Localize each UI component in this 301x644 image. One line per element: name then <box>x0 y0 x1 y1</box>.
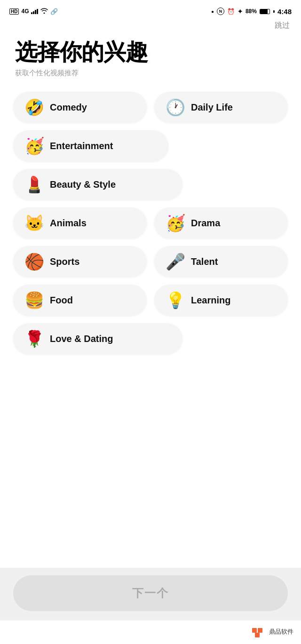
chip-love-dating-label: Love & Dating <box>50 334 113 344</box>
chip-entertainment[interactable]: 🥳 Entertainment <box>13 130 168 161</box>
bluetooth-icon: ✦ <box>238 8 243 15</box>
chip-daily-life[interactable]: 🕐 Daily Life <box>154 92 288 123</box>
alarm-icon: ⏰ <box>227 8 235 15</box>
interest-row-1: 🤣 Comedy 🕐 Daily Life <box>13 92 288 123</box>
interest-row-5: 🏀 Sports 🎤 Talent <box>13 246 288 277</box>
chip-comedy-label: Comedy <box>50 102 87 113</box>
chip-learning-emoji: 💡 <box>166 292 185 308</box>
chip-entertainment-label: Entertainment <box>50 141 113 151</box>
status-bar: HD 4G 🔗 ● N ⏰ ✦ 88% 4:48 <box>0 0 301 21</box>
interest-row-7: 🌹 Love & Dating <box>13 323 288 354</box>
dot-icon: ● <box>211 9 214 14</box>
svg-rect-1 <box>258 628 262 633</box>
chip-talent[interactable]: 🎤 Talent <box>154 246 288 277</box>
chip-drama-emoji: 🥳 <box>166 215 185 231</box>
status-right: ● N ⏰ ✦ 88% 4:48 <box>211 8 292 16</box>
page-header: 选择你的兴趣 获取个性化视频推荐 <box>0 34 301 83</box>
page-subtitle: 获取个性化视频推荐 <box>15 69 286 78</box>
interest-row-2: 🥳 Entertainment <box>13 130 288 161</box>
chip-food-emoji: 🍔 <box>24 292 44 308</box>
battery-pct: 88% <box>246 8 257 15</box>
chip-sports[interactable]: 🏀 Sports <box>13 246 147 277</box>
link-icon: 🔗 <box>50 8 58 15</box>
interest-row-3: 💄 Beauty & Style <box>13 169 288 200</box>
chip-sports-emoji: 🏀 <box>24 254 44 270</box>
chip-animals[interactable]: 🐱 Animals <box>13 207 147 239</box>
chip-animals-emoji: 🐱 <box>24 215 44 231</box>
interest-row-4: 🐱 Animals 🥳 Drama <box>13 207 288 239</box>
chip-animals-label: Animals <box>50 218 87 229</box>
chip-learning[interactable]: 💡 Learning <box>154 285 288 316</box>
signal-bars <box>31 9 38 14</box>
status-left: HD 4G 🔗 <box>9 8 58 15</box>
chip-sports-label: Sports <box>50 256 79 267</box>
bottom-bar: 下一个 <box>0 568 301 620</box>
chip-drama[interactable]: 🥳 Drama <box>154 207 288 239</box>
chip-beauty-style-emoji: 💄 <box>24 176 44 192</box>
hd-badge: HD <box>9 8 19 15</box>
interest-row-6: 🍔 Food 💡 Learning <box>13 285 288 316</box>
interests-container: 🤣 Comedy 🕐 Daily Life 🥳 Entertainment 💄 … <box>0 83 301 568</box>
skip-button[interactable]: 跳过 <box>275 21 290 31</box>
watermark: 鼎品软件 <box>0 620 301 644</box>
chip-comedy[interactable]: 🤣 Comedy <box>13 92 147 123</box>
chip-daily-life-emoji: 🕐 <box>166 99 185 115</box>
battery-tip <box>273 10 275 13</box>
chip-learning-label: Learning <box>191 295 230 306</box>
chip-beauty-style-label: Beauty & Style <box>50 179 116 190</box>
chip-food-label: Food <box>50 295 73 306</box>
watermark-text: 鼎品软件 <box>269 628 293 636</box>
wifi-icon <box>40 8 48 15</box>
chip-talent-label: Talent <box>191 256 218 267</box>
chip-entertainment-emoji: 🥳 <box>24 138 44 154</box>
time-display: 4:48 <box>277 8 292 16</box>
chip-talent-emoji: 🎤 <box>166 254 185 270</box>
nfc-icon: N <box>217 8 224 15</box>
watermark-logo <box>251 624 266 639</box>
page-title: 选择你的兴趣 <box>15 39 286 65</box>
battery-icon <box>260 9 270 14</box>
chip-drama-label: Drama <box>191 218 220 229</box>
chip-love-dating-emoji: 🌹 <box>24 331 44 347</box>
chip-food[interactable]: 🍔 Food <box>13 285 147 316</box>
signal-4g: 4G <box>21 8 29 15</box>
svg-rect-2 <box>255 633 260 637</box>
next-button[interactable]: 下一个 <box>13 575 288 611</box>
chip-love-dating[interactable]: 🌹 Love & Dating <box>13 323 182 354</box>
svg-rect-0 <box>252 628 257 633</box>
chip-comedy-emoji: 🤣 <box>24 99 44 115</box>
chip-daily-life-label: Daily Life <box>191 102 233 113</box>
chip-beauty-style[interactable]: 💄 Beauty & Style <box>13 169 182 200</box>
skip-row: 跳过 <box>0 21 301 34</box>
